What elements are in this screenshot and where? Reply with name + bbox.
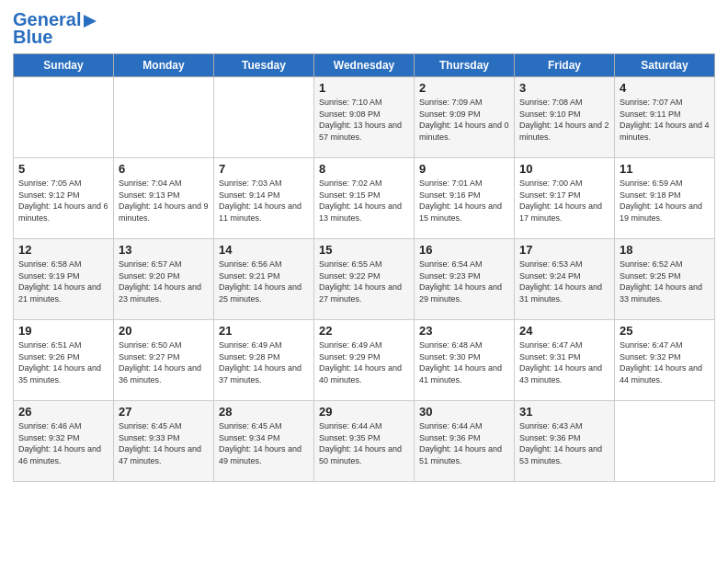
- day-info: Sunrise: 6:53 AMSunset: 9:24 PMDaylight:…: [519, 259, 609, 304]
- day-number: 24: [519, 324, 609, 338]
- day-info: Sunrise: 6:58 AMSunset: 9:19 PMDaylight:…: [18, 259, 108, 304]
- day-cell: 22Sunrise: 6:49 AMSunset: 9:29 PMDayligh…: [314, 320, 415, 401]
- day-cell: 9Sunrise: 7:01 AMSunset: 9:16 PMDaylight…: [415, 158, 515, 239]
- day-cell: 31Sunrise: 6:43 AMSunset: 9:36 PMDayligh…: [515, 401, 615, 482]
- week-row-3: 12Sunrise: 6:58 AMSunset: 9:19 PMDayligh…: [14, 239, 715, 320]
- day-number: 4: [620, 81, 710, 95]
- day-cell: 20Sunrise: 6:50 AMSunset: 9:27 PMDayligh…: [114, 320, 214, 401]
- day-number: 9: [419, 162, 509, 176]
- day-cell: 3Sunrise: 7:08 AMSunset: 9:10 PMDaylight…: [515, 77, 615, 158]
- day-cell: 15Sunrise: 6:55 AMSunset: 9:22 PMDayligh…: [314, 239, 415, 320]
- logo-blue: Blue: [13, 27, 52, 48]
- day-cell: 29Sunrise: 6:44 AMSunset: 9:35 PMDayligh…: [314, 401, 415, 482]
- day-cell: 5Sunrise: 7:05 AMSunset: 9:12 PMDaylight…: [14, 158, 114, 239]
- day-info: Sunrise: 6:47 AMSunset: 9:32 PMDaylight:…: [620, 339, 710, 385]
- logo-arrow-icon: [82, 13, 98, 29]
- day-number: 31: [519, 405, 609, 419]
- week-row-5: 26Sunrise: 6:46 AMSunset: 9:32 PMDayligh…: [14, 401, 715, 482]
- day-cell: 10Sunrise: 7:00 AMSunset: 9:17 PMDayligh…: [515, 158, 615, 239]
- day-number: 21: [219, 324, 309, 338]
- day-cell: [615, 401, 715, 482]
- day-cell: 17Sunrise: 6:53 AMSunset: 9:24 PMDayligh…: [515, 239, 615, 320]
- week-row-2: 5Sunrise: 7:05 AMSunset: 9:12 PMDaylight…: [14, 158, 715, 239]
- day-cell: 14Sunrise: 6:56 AMSunset: 9:21 PMDayligh…: [214, 239, 314, 320]
- day-info: Sunrise: 7:07 AMSunset: 9:11 PMDaylight:…: [620, 97, 710, 143]
- day-info: Sunrise: 6:44 AMSunset: 9:36 PMDaylight:…: [419, 420, 509, 466]
- day-number: 30: [419, 405, 509, 419]
- day-info: Sunrise: 6:59 AMSunset: 9:18 PMDaylight:…: [620, 178, 710, 224]
- header: General Blue: [13, 9, 715, 48]
- day-number: 10: [519, 162, 609, 176]
- day-number: 22: [319, 324, 409, 338]
- day-cell: 19Sunrise: 6:51 AMSunset: 9:26 PMDayligh…: [14, 320, 114, 401]
- day-number: 19: [18, 324, 108, 338]
- day-info: Sunrise: 7:00 AMSunset: 9:17 PMDaylight:…: [519, 178, 609, 224]
- day-info: Sunrise: 6:50 AMSunset: 9:27 PMDaylight:…: [119, 339, 209, 385]
- weekday-header-saturday: Saturday: [615, 54, 715, 77]
- weekday-header-tuesday: Tuesday: [214, 54, 314, 77]
- day-info: Sunrise: 6:51 AMSunset: 9:26 PMDaylight:…: [18, 339, 108, 385]
- day-cell: 27Sunrise: 6:45 AMSunset: 9:33 PMDayligh…: [114, 401, 214, 482]
- day-cell: 12Sunrise: 6:58 AMSunset: 9:19 PMDayligh…: [14, 239, 114, 320]
- day-cell: 4Sunrise: 7:07 AMSunset: 9:11 PMDaylight…: [615, 77, 715, 158]
- day-number: 11: [620, 162, 710, 176]
- day-info: Sunrise: 6:47 AMSunset: 9:31 PMDaylight:…: [519, 339, 609, 385]
- day-info: Sunrise: 6:49 AMSunset: 9:29 PMDaylight:…: [319, 339, 409, 385]
- day-cell: [214, 77, 314, 158]
- weekday-header-row: SundayMondayTuesdayWednesdayThursdayFrid…: [14, 54, 715, 77]
- day-info: Sunrise: 6:54 AMSunset: 9:23 PMDaylight:…: [419, 259, 509, 304]
- day-number: 20: [119, 324, 209, 338]
- day-info: Sunrise: 6:45 AMSunset: 9:33 PMDaylight:…: [119, 420, 209, 466]
- day-info: Sunrise: 6:44 AMSunset: 9:35 PMDaylight:…: [319, 420, 409, 466]
- day-cell: 30Sunrise: 6:44 AMSunset: 9:36 PMDayligh…: [415, 401, 515, 482]
- day-info: Sunrise: 7:01 AMSunset: 9:16 PMDaylight:…: [419, 178, 509, 224]
- day-cell: 18Sunrise: 6:52 AMSunset: 9:25 PMDayligh…: [615, 239, 715, 320]
- day-info: Sunrise: 6:46 AMSunset: 9:32 PMDaylight:…: [18, 420, 108, 466]
- day-number: 29: [319, 405, 409, 419]
- weekday-header-thursday: Thursday: [415, 54, 515, 77]
- day-number: 14: [219, 243, 309, 257]
- day-cell: 26Sunrise: 6:46 AMSunset: 9:32 PMDayligh…: [14, 401, 114, 482]
- day-info: Sunrise: 6:55 AMSunset: 9:22 PMDaylight:…: [319, 259, 409, 304]
- day-cell: 23Sunrise: 6:48 AMSunset: 9:30 PMDayligh…: [415, 320, 515, 401]
- day-number: 15: [319, 243, 409, 257]
- day-cell: 7Sunrise: 7:03 AMSunset: 9:14 PMDaylight…: [214, 158, 314, 239]
- day-number: 27: [119, 405, 209, 419]
- day-number: 13: [119, 243, 209, 257]
- day-cell: 13Sunrise: 6:57 AMSunset: 9:20 PMDayligh…: [114, 239, 214, 320]
- svg-marker-0: [84, 15, 97, 28]
- weekday-header-friday: Friday: [515, 54, 615, 77]
- day-info: Sunrise: 6:52 AMSunset: 9:25 PMDaylight:…: [620, 259, 710, 304]
- day-number: 6: [119, 162, 209, 176]
- day-cell: 24Sunrise: 6:47 AMSunset: 9:31 PMDayligh…: [515, 320, 615, 401]
- day-number: 25: [620, 324, 710, 338]
- day-info: Sunrise: 7:04 AMSunset: 9:13 PMDaylight:…: [119, 178, 209, 224]
- day-cell: 1Sunrise: 7:10 AMSunset: 9:08 PMDaylight…: [314, 77, 415, 158]
- weekday-header-sunday: Sunday: [14, 54, 114, 77]
- day-cell: 25Sunrise: 6:47 AMSunset: 9:32 PMDayligh…: [615, 320, 715, 401]
- day-number: 8: [319, 162, 409, 176]
- day-cell: 8Sunrise: 7:02 AMSunset: 9:15 PMDaylight…: [314, 158, 415, 239]
- day-info: Sunrise: 7:10 AMSunset: 9:08 PMDaylight:…: [319, 97, 409, 143]
- day-cell: [114, 77, 214, 158]
- day-cell: 21Sunrise: 6:49 AMSunset: 9:28 PMDayligh…: [214, 320, 314, 401]
- day-info: Sunrise: 6:43 AMSunset: 9:36 PMDaylight:…: [519, 420, 609, 466]
- day-info: Sunrise: 7:02 AMSunset: 9:15 PMDaylight:…: [319, 178, 409, 224]
- day-info: Sunrise: 6:56 AMSunset: 9:21 PMDaylight:…: [219, 259, 309, 304]
- week-row-1: 1Sunrise: 7:10 AMSunset: 9:08 PMDaylight…: [14, 77, 715, 158]
- day-info: Sunrise: 7:05 AMSunset: 9:12 PMDaylight:…: [18, 178, 108, 224]
- day-info: Sunrise: 7:03 AMSunset: 9:14 PMDaylight:…: [219, 178, 309, 224]
- day-number: 1: [319, 81, 409, 95]
- day-number: 28: [219, 405, 309, 419]
- day-number: 26: [18, 405, 108, 419]
- day-cell: 16Sunrise: 6:54 AMSunset: 9:23 PMDayligh…: [415, 239, 515, 320]
- day-info: Sunrise: 6:48 AMSunset: 9:30 PMDaylight:…: [419, 339, 509, 385]
- day-number: 18: [620, 243, 710, 257]
- day-info: Sunrise: 7:08 AMSunset: 9:10 PMDaylight:…: [519, 97, 609, 143]
- logo: General Blue: [13, 9, 98, 48]
- day-number: 7: [219, 162, 309, 176]
- day-number: 5: [18, 162, 108, 176]
- calendar-table: SundayMondayTuesdayWednesdayThursdayFrid…: [13, 53, 715, 482]
- day-info: Sunrise: 6:57 AMSunset: 9:20 PMDaylight:…: [119, 259, 209, 304]
- day-number: 16: [419, 243, 509, 257]
